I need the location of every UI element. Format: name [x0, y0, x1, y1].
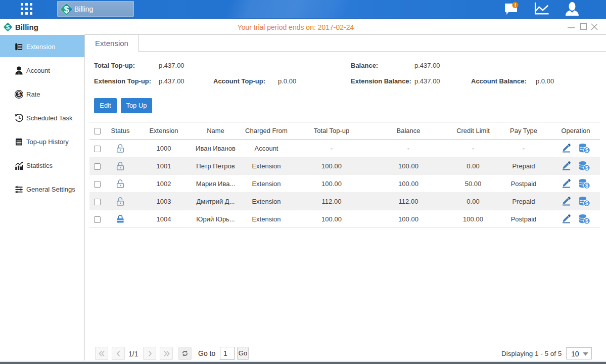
svg-text:$: $ — [585, 164, 588, 170]
svg-text:$: $ — [585, 217, 588, 223]
svg-text:$: $ — [585, 200, 588, 206]
svg-text:$: $ — [64, 5, 69, 15]
svg-text:$: $ — [585, 147, 588, 153]
svg-text:$: $ — [17, 91, 20, 97]
svg-text:$: $ — [585, 182, 588, 188]
